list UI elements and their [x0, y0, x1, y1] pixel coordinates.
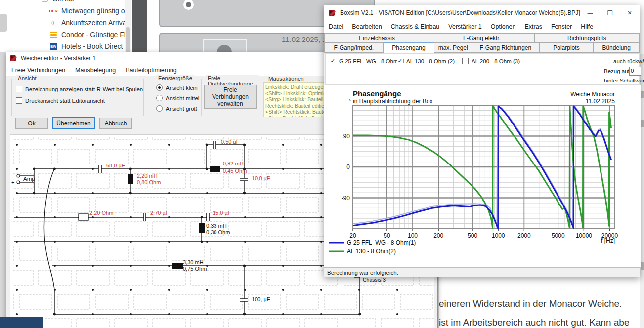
auch-rueckwaertig-checkbox[interactable]: auch rückwär: [604, 58, 644, 64]
circuit-component-label: 0,30 Ohm: [206, 229, 230, 235]
menu-optionen[interactable]: Optionen: [486, 23, 520, 30]
radio[interactable]: [156, 95, 163, 101]
boxsim-window: Boxsim V2.1 - VISATON-Edition [C:\Users\…: [324, 5, 640, 277]
phase-chart: 20501002005001000200050001000020000900-9…: [324, 85, 641, 267]
scrollbar-thumb[interactable]: [126, 27, 130, 54]
tab-max-pegel[interactable]: max. Pegel: [434, 43, 472, 53]
ok-button[interactable]: Ok: [15, 118, 48, 129]
tab-b-ndelung[interactable]: Bündelung: [594, 43, 640, 53]
ansicht-checkbox[interactable]: Druckansicht statt Editoransicht: [16, 97, 105, 104]
x-tick-label: 5000: [552, 232, 565, 239]
y-axis-unit: °: [349, 98, 351, 104]
app-icon: [328, 9, 336, 17]
x-tick-label: 10000: [576, 232, 593, 239]
menu-extras[interactable]: Extras: [520, 23, 546, 30]
mausaktion-line: <Strg> Linksklick: Bauteil: [265, 96, 326, 103]
checkbox[interactable]: [604, 58, 610, 64]
circuit-component-label: 0,80 Ohm: [137, 179, 161, 185]
chassis-label: Chassis 3: [363, 277, 386, 283]
mausaktion-line: <Shift> Linksklick: Optimie: [265, 90, 326, 97]
folder-icon: [41, 0, 48, 3]
tab-richtungsplots[interactable]: Richtungsplots: [535, 33, 640, 43]
plus-sign: +: [11, 179, 14, 185]
bookmark-item[interactable]: ✈Ankunftszeiten Arrival Ai: [49, 18, 125, 28]
freie-verbindungen-verwalten-button[interactable]: Freie Verbindungen verwalten: [204, 85, 257, 109]
checkbox[interactable]: [397, 58, 403, 64]
tab-einzelchassis[interactable]: Einzelchassis: [324, 33, 429, 43]
checkbox[interactable]: [330, 58, 336, 64]
bookmark-item[interactable]: DERMietwagen günstig onlin: [49, 6, 125, 16]
menu-bearbeiten[interactable]: Bearbeiten: [347, 23, 386, 30]
x-tick-label: 20: [349, 232, 356, 239]
circuit-component-label: 100, µF: [252, 296, 270, 302]
abbruch-button[interactable]: Abbruch: [99, 118, 132, 129]
page-scrollbar[interactable]: [640, 54, 644, 328]
tab-polarplots[interactable]: Polarplots: [540, 43, 594, 53]
x-tick-label: 500: [468, 232, 477, 239]
tab-strip: EinzelchassisF-Gang elektr.Richtungsplot…: [324, 33, 640, 53]
amp-terminal-minus[interactable]: [17, 174, 20, 177]
bezug-auf-input[interactable]: 0: [629, 67, 641, 76]
checkbox[interactable]: [462, 58, 469, 64]
post-timestamp: 11.02.2025, 1: [282, 35, 327, 43]
tab-f-gang-richtungen[interactable]: F-Gang Richtungen: [472, 43, 540, 53]
window-title: Boxsim V2.1 - VISATON-Edition [C:\Users\…: [340, 9, 580, 16]
x-tick-label: 200: [433, 232, 443, 239]
browser-side-tab[interactable]: [0, 14, 7, 32]
checkbox[interactable]: [16, 97, 22, 104]
close-button[interactable]: ✕: [620, 5, 640, 20]
maximize-button[interactable]: ☐: [600, 5, 620, 20]
y-tick-label: 90: [343, 133, 350, 140]
menu-bauteiloptimierung[interactable]: Bauteiloptimierung: [121, 67, 182, 74]
chassis-checkbox[interactable]: AL 130 - 8 Ohm (2): [397, 58, 455, 64]
menu-verst-rker-1[interactable]: Verstärker 1: [444, 23, 486, 30]
amp-label: Amp: [23, 176, 35, 182]
chassis-checkbox[interactable]: G 25 FFL_WG - 8 Ohm (1: [330, 58, 405, 64]
forum-text-line: eineren Widerstand in der Monacor Weiche…: [439, 298, 622, 309]
forum-text-area: eineren Widerstand in der Monacor Weiche…: [439, 277, 644, 328]
boxsim-menubar: DateiBearbeitenChassis & EinbauVerstärke…: [324, 20, 640, 33]
menu-hilfe[interactable]: Hilfe: [576, 23, 598, 30]
menu-freie-verbindungen[interactable]: Freie Verbindungen: [6, 67, 70, 74]
chart-title: Phasengänge: [353, 89, 401, 98]
window-edge-strip: [0, 52, 6, 328]
group-fenstergroesse: Fenstergröße Ansicht kleinAnsicht mittel…: [152, 79, 198, 116]
tab-phasengang[interactable]: Phasengang: [384, 42, 435, 53]
status-bar: Berechnung war erfolgreich.: [324, 267, 640, 277]
fenstergroesse-radio[interactable]: Ansicht groß: [156, 105, 198, 112]
circuit-component-label: 10,0 µF: [252, 175, 270, 181]
fenstergroesse-radio[interactable]: Ansicht mittel: [156, 95, 199, 101]
circuit-component-label: 68,0 µF: [106, 163, 125, 168]
uebernehmen-button[interactable]: Übernehmen: [52, 117, 95, 129]
legend-label: G 25 FFL_WG - 8 Ohm(1): [347, 239, 416, 246]
ansicht-checkbox[interactable]: Bezeichnung anzeigen statt R-Wert bei Sp…: [16, 86, 143, 92]
group-caption: Mausaktionen: [266, 76, 306, 82]
mausaktion-line: Rechtsklick: Bauteil editier: [265, 103, 326, 109]
bookmark-item[interactable]: BWHotels - Book Direct and: [49, 41, 125, 51]
circuit-component-label: 0,45 Ohm: [223, 168, 247, 174]
circuit-component-label: 15,0 µF: [213, 210, 231, 216]
menu-datei[interactable]: Datei: [324, 23, 347, 30]
plane-icon: ✈: [49, 19, 57, 27]
chart-project: Weiche Monacor: [570, 91, 615, 98]
menu-mausbelegung[interactable]: Mausbelegung: [70, 67, 121, 74]
radio[interactable]: [156, 105, 163, 112]
circuit-component-label: 0,33 mH: [206, 223, 227, 229]
group-caption: Fenstergröße: [156, 75, 194, 81]
fenstergroesse-radio[interactable]: Ansicht klein: [156, 84, 198, 91]
tab-f-gang-elektr-[interactable]: F-Gang elektr.: [429, 33, 534, 43]
radio[interactable]: [156, 84, 163, 91]
bookmark-item[interactable]: GitHub: [41, 0, 74, 4]
menu-chassis-einbau[interactable]: Chassis & Einbau: [386, 23, 444, 30]
amp-terminal-plus[interactable]: [17, 181, 20, 184]
minimize-button[interactable]: —: [580, 5, 600, 20]
app-icon: [9, 54, 17, 62]
menu-fenster[interactable]: Fenster: [547, 23, 576, 30]
circuit-component-label: 3,30 mH: [183, 259, 204, 265]
tab-f-gang-imped-[interactable]: F-Gang/Imped.: [324, 43, 384, 53]
circuit-component-label: 2,20 mH: [137, 173, 158, 179]
bookmarks-scrollbar[interactable]: [125, 0, 131, 54]
checkbox[interactable]: [16, 86, 22, 92]
chassis-checkbox[interactable]: AL 200 - 8 Ohm (3): [462, 58, 520, 64]
bookmark-item[interactable]: Condor - Günstige Flüge: [49, 30, 125, 40]
